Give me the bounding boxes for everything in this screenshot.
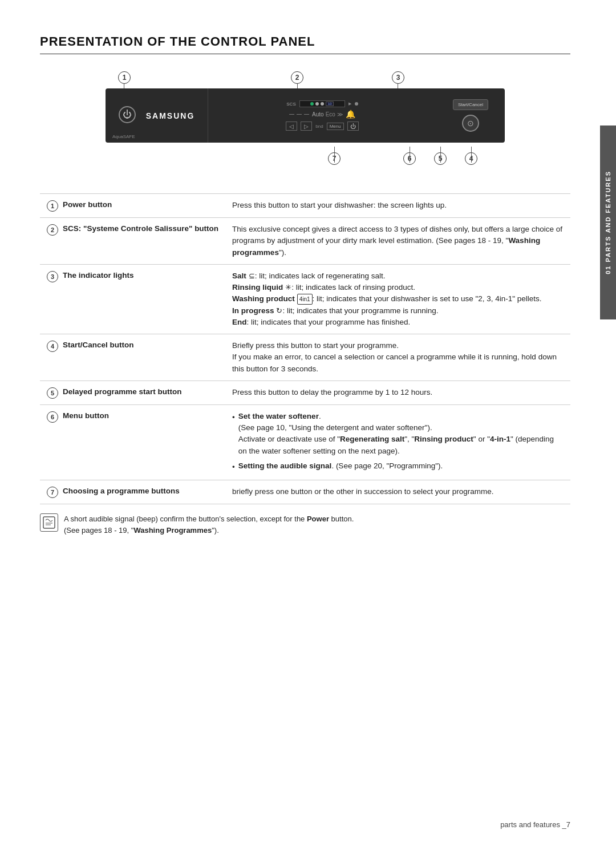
note-box: A short audible signal (beep) confirm th… <box>40 513 570 536</box>
desc-cell-3: Salt ⊆: lit; indicates lack of regenerat… <box>225 264 570 334</box>
callout-1: 1 <box>118 71 131 84</box>
label-text-3: The indicator lights <box>63 270 134 281</box>
panel-right: Start/Cancel ⊙ <box>436 88 505 143</box>
label-cell: 6 Menu button <box>40 404 225 480</box>
indicator-desc-progress: In progress ↻: lit; indicates that your … <box>232 305 564 317</box>
desc-cell-7: briefly press one button or the other in… <box>225 480 570 504</box>
indicator-desc-end: End: lit; indicates that your programme … <box>232 317 564 328</box>
salt-indicator <box>310 102 314 106</box>
indicator-desc-wash: Washing product 4in1: lit; indicates tha… <box>232 293 564 305</box>
label-cell: 5 Delayed programme start button <box>40 381 225 404</box>
label-cell: 4 Start/Cancel button <box>40 334 225 381</box>
num-badge-3: 3 <box>47 271 58 282</box>
indicator-row: SCS 10 ▶ <box>286 100 358 107</box>
start-icon: ⊙ <box>462 115 479 132</box>
label-text-1: Power button <box>63 200 112 211</box>
desc-cell-2: This exclusive concept gives a direct ac… <box>225 218 570 265</box>
wash-indicator <box>321 102 324 106</box>
section-heading: PRESENTATION OF THE CONTROL PANEL <box>40 34 570 54</box>
desc-cell-5: Press this button to delay the programme… <box>225 381 570 404</box>
callout-2: 2 <box>291 71 303 84</box>
table-row: 1 Power button Press this button to star… <box>40 194 570 218</box>
nav-buttons: ◁ ▷ bnd Menu ⏻ <box>286 122 358 131</box>
table-row: 5 Delayed programme start button Press t… <box>40 381 570 404</box>
dishwasher-panel: ⏻ SAMSUNG AquaSAFE SCS <box>106 88 505 143</box>
side-tab-label: 01 PARTS AND FEATURES <box>605 171 611 274</box>
page-container: 01 PARTS AND FEATURES PRESENTATION OF TH… <box>0 0 616 846</box>
indicator-desc-salt: Salt ⊆: lit; indicates lack of regenerat… <box>232 270 564 282</box>
side-tab: 01 PARTS AND FEATURES <box>600 126 616 319</box>
table-row: 6 Menu button • Set the water softener. … <box>40 404 570 480</box>
label-cell: 2 SCS: "Systeme Controle Salissure" butt… <box>40 218 225 265</box>
footer-text: parts and features _7 <box>500 820 570 829</box>
label-text-5: Delayed programme start button <box>63 387 182 398</box>
start-cancel-panel-btn: Start/Cancel <box>453 99 488 110</box>
note-text: A short audible signal (beep) confirm th… <box>64 513 354 536</box>
page-footer: parts and features _7 <box>500 820 570 829</box>
label-text-2: SCS: "Systeme Controle Salissure" button <box>63 224 218 234</box>
num-badge-6: 6 <box>47 411 58 423</box>
label-text-7: Choosing a programme buttons <box>63 486 180 497</box>
num-badge-4: 4 <box>47 341 58 352</box>
desc-cell-6: • Set the water softener. (See page 10, … <box>225 404 570 480</box>
menu-desc-1: • Set the water softener. (See page 10, … <box>232 411 564 457</box>
indicator-desc-rinse: Rinsing liquid ✳: lit; indicates lack of… <box>232 282 564 293</box>
note-icon <box>40 513 58 532</box>
label-text-6: Menu button <box>63 411 109 422</box>
num-badge-1: 1 <box>47 200 58 212</box>
num-badge-2: 2 <box>47 224 58 236</box>
label-cell: 7 Choosing a programme buttons <box>40 480 225 504</box>
menu-desc-2: • Setting the audible signal. (See page … <box>232 460 564 473</box>
panel-left: ⏻ SAMSUNG AquaSAFE <box>106 88 208 143</box>
end-indicator <box>355 102 358 106</box>
num-badge-7: 7 <box>47 487 58 498</box>
desc-cell-4: Briefly press this button to start your … <box>225 334 570 381</box>
power-button-icon: ⏻ <box>119 106 136 123</box>
info-table: 1 Power button Press this button to star… <box>40 193 570 504</box>
num-badge-5: 5 <box>47 387 58 399</box>
table-row: 3 The indicator lights Salt ⊆: lit; indi… <box>40 264 570 334</box>
panel-middle: SCS 10 ▶ <box>208 88 436 143</box>
callout-3: 3 <box>392 71 404 84</box>
progress-indicator: 10 <box>326 102 334 106</box>
middle-buttons: ——— Auto Eco ≫ 🔔 <box>289 110 355 119</box>
table-row: 4 Start/Cancel button Briefly press this… <box>40 334 570 381</box>
control-panel-diagram: 1 2 3 ⏻ S <box>40 66 570 180</box>
table-row: 2 SCS: "Systeme Controle Salissure" butt… <box>40 218 570 265</box>
label-cell: 1 Power button <box>40 194 225 218</box>
brand-label: SAMSUNG <box>146 111 195 120</box>
label-cell: 3 The indicator lights <box>40 264 225 334</box>
desc-cell-1: Press this button to start your dishwash… <box>225 194 570 218</box>
aquasafe-label: AquaSAFE <box>112 134 135 139</box>
svg-rect-0 <box>43 517 55 528</box>
label-text-4: Start/Cancel button <box>63 340 134 351</box>
table-row: 7 Choosing a programme buttons briefly p… <box>40 480 570 504</box>
rinse-indicator <box>315 102 319 106</box>
